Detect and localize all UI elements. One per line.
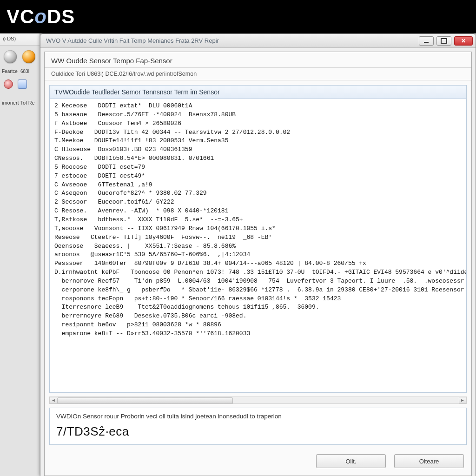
main-window: WVO V Autdde Culle VrItin Falt Temp Meni… (40, 33, 476, 476)
strip-tab[interactable]: i) DS) (0, 33, 40, 46)
horizontal-scrollbar[interactable]: ◄ ► (49, 397, 467, 404)
strip-icon-row (0, 46, 40, 68)
client-area: WW Oudde Sensor Tempo Fap-Sensor Ouldidc… (44, 52, 472, 476)
log-panel-title: TVWOudide Teutlleder Semor Tennsnsor Ter… (49, 85, 467, 99)
close-button[interactable] (454, 36, 473, 46)
close-dialog-button[interactable]: Olteare (394, 454, 464, 468)
warning-icon[interactable] (22, 50, 35, 63)
ok-button[interactable]: Oilt. (316, 454, 386, 468)
status-code: 7/TD3Sẑ·eca (56, 424, 460, 439)
log-output: 2 Keceose DODTI extat* DLU 00060t1A 5 ba… (49, 99, 467, 393)
strip-side-label: imonert Tol Re (0, 93, 40, 106)
window-buttons (419, 36, 473, 46)
left-tool-strip: i) DS) Feartce 683I imonert Tol Re (0, 33, 40, 476)
app-brand-bar: VCoDS (0, 0, 476, 33)
strip-label-1: Feartce (2, 69, 18, 74)
note-icon[interactable] (18, 79, 27, 89)
minimize-button[interactable] (419, 36, 434, 46)
brand-text: VCoDS (7, 6, 75, 28)
section-subpath: Ouldidce Tori U863i) DCE.02/I6/trov/.wd … (45, 68, 471, 80)
dialog-buttons: Oilt. Olteare (45, 449, 471, 476)
window-titlebar[interactable]: WVO V Autdde Culle VrItin Falt Temp Meni… (40, 34, 476, 48)
status-message: VWDIOn Sensor rouur Proborin veci oll tu… (56, 413, 460, 420)
record-icon[interactable] (4, 79, 13, 89)
scroll-left-icon[interactable]: ◄ (50, 397, 57, 403)
window-title: WVO V Autdde Culle VrItin Falt Temp Meni… (46, 37, 419, 44)
strip-label-2: 683I (20, 69, 29, 74)
strip-labels: Feartce 683I (0, 68, 40, 75)
maximize-button[interactable] (436, 36, 451, 46)
scroll-right-icon[interactable]: ► (459, 397, 466, 403)
status-panel: VWDIOn Sensor rouur Proborin veci oll tu… (49, 408, 467, 445)
strip-small-icons (0, 75, 40, 93)
gauge-icon[interactable] (4, 50, 17, 63)
section-title: WW Oudde Sensor Tempo Fap-Sensor (45, 52, 471, 68)
desktop-area: i) DS) Feartce 683I imonert Tol Re WVO V… (0, 33, 476, 476)
